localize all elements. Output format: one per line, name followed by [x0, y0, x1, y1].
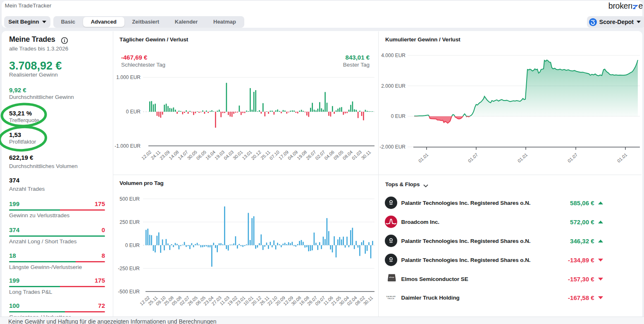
svg-text:04.09: 04.09 — [287, 149, 298, 161]
svg-text:0 EUR: 0 EUR — [391, 113, 406, 119]
svg-text:01.07: 01.07 — [567, 152, 578, 163]
svg-text:16.04: 16.04 — [205, 149, 216, 161]
svg-text:14.07: 14.07 — [177, 149, 188, 161]
svg-text:01.01: 01.01 — [517, 152, 528, 163]
svg-text:02.07: 02.07 — [314, 149, 326, 161]
svg-text:-500 EUR: -500 EUR — [118, 289, 140, 295]
svg-text:elmos: elmos — [389, 276, 394, 278]
svg-text:-250 EUR: -250 EUR — [118, 266, 140, 271]
svg-text:30.01: 30.01 — [232, 149, 243, 161]
svg-text:17.09: 17.09 — [278, 149, 289, 161]
svg-text:01.01: 01.01 — [616, 152, 628, 163]
svg-text:04.03: 04.03 — [223, 149, 234, 161]
svg-text:04.06: 04.06 — [323, 149, 335, 161]
svg-text:30.11: 30.11 — [362, 295, 374, 306]
svg-text:06.05: 06.05 — [196, 149, 207, 161]
svg-text:30.05: 30.05 — [186, 149, 198, 161]
svg-text:13.01: 13.01 — [241, 149, 253, 161]
svg-text:1.000 EUR: 1.000 EUR — [116, 74, 141, 80]
svg-text:2.000 EUR: 2.000 EUR — [381, 83, 405, 89]
svg-text:-1.000 EUR: -1.000 EUR — [114, 143, 141, 149]
svg-text:19.08: 19.08 — [296, 149, 308, 161]
svg-text:19.03: 19.03 — [214, 149, 225, 161]
svg-text:01.07: 01.07 — [467, 152, 479, 163]
svg-text:0 EUR: 0 EUR — [126, 109, 141, 115]
svg-text:25.11: 25.11 — [260, 149, 271, 161]
svg-text:24.11: 24.11 — [150, 149, 162, 161]
svg-text:4.000 EUR: 4.000 EUR — [381, 53, 405, 58]
svg-text:20.12: 20.12 — [250, 149, 262, 161]
svg-text:26.07: 26.07 — [305, 149, 317, 161]
svg-text:01.01: 01.01 — [417, 152, 429, 163]
svg-text:12.02: 12.02 — [141, 149, 152, 161]
svg-text:0 EUR: 0 EUR — [125, 242, 140, 248]
svg-text:23.09: 23.09 — [159, 149, 170, 161]
svg-text:08.04: 08.04 — [342, 149, 353, 161]
svg-text:250 EUR: 250 EUR — [119, 219, 140, 225]
svg-text:500 EUR: 500 EUR — [119, 196, 140, 202]
svg-text:09.05: 09.05 — [332, 149, 344, 161]
svg-text:14.08: 14.08 — [168, 149, 179, 161]
svg-text:01.03: 01.03 — [351, 149, 363, 161]
svg-text:-2.000 EUR: -2.000 EUR — [379, 144, 405, 150]
svg-text:30.11: 30.11 — [360, 149, 372, 161]
svg-text:TRUCK: TRUCK — [388, 298, 395, 300]
svg-text:07.10: 07.10 — [269, 149, 280, 161]
